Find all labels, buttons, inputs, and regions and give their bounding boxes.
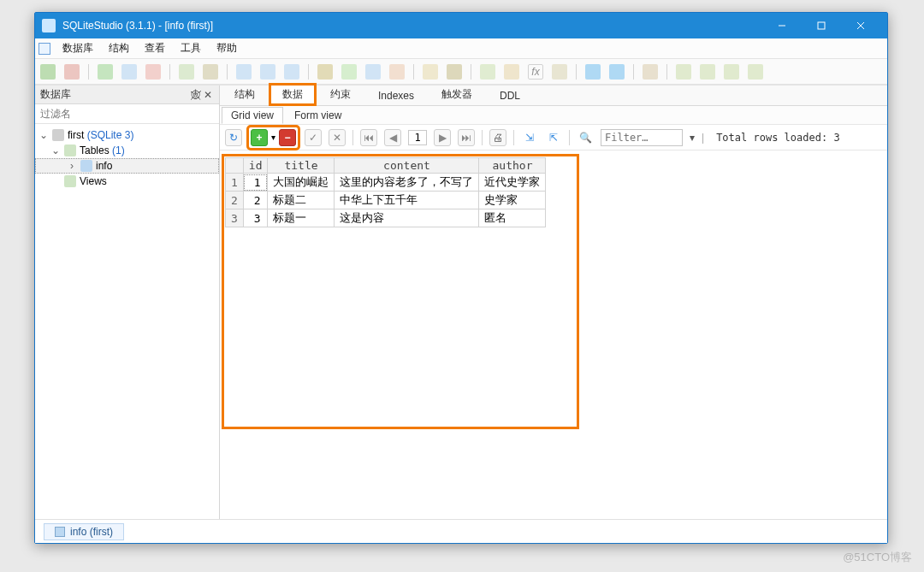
sidebar-filter-input[interactable]: [35, 104, 219, 124]
add-remove-group: + ▾ −: [249, 127, 298, 148]
subtab-form[interactable]: Form view: [285, 107, 351, 124]
tb-a1[interactable]: [585, 64, 601, 80]
tb-wrench-icon[interactable]: [643, 64, 658, 80]
menu-database[interactable]: 数据库: [56, 39, 100, 57]
db-kind-label: (SQLite 3): [87, 129, 134, 141]
fx-icon[interactable]: fx: [528, 64, 543, 80]
main-area: 数据库 🕸 ✕ ⌄ first (SQLite 3) ⌄ Tables (1): [35, 85, 887, 519]
tb-l1[interactable]: [676, 64, 691, 80]
tab-ddl[interactable]: DDL: [487, 86, 533, 105]
tb-t1[interactable]: [317, 64, 333, 80]
refresh-button[interactable]: ↻: [225, 129, 242, 146]
close-panel-icon[interactable]: ✕: [202, 89, 214, 101]
tb-u2[interactable]: [447, 64, 462, 80]
insert-dropdown-icon[interactable]: ▾: [271, 133, 275, 142]
tb-v3[interactable]: [552, 64, 567, 80]
minimize-button[interactable]: [762, 13, 802, 38]
add-db-icon[interactable]: [98, 64, 113, 80]
tb-l4[interactable]: [748, 64, 763, 80]
tb-t4[interactable]: [389, 64, 405, 80]
tab-data[interactable]: 数据: [270, 84, 316, 105]
tree-tables-node[interactable]: ⌄ Tables (1): [35, 143, 219, 158]
menu-structure[interactable]: 结构: [102, 39, 136, 57]
table-icon: [55, 527, 65, 537]
search-icon[interactable]: 🔍: [577, 129, 594, 146]
tb-l2[interactable]: [700, 64, 715, 80]
status-bar: info (first): [35, 519, 887, 543]
tab-structure[interactable]: 结构: [222, 84, 268, 105]
total-rows-label: Total rows loaded: 3: [716, 132, 840, 144]
edit-db-icon[interactable]: [121, 64, 137, 80]
data-toolbar: ↻ + ▾ − ✓ ✕ ⏮ ◀ ▶ ⏭ 🖨 ⇲ ⇱: [220, 125, 887, 150]
tb-g2[interactable]: [203, 64, 218, 80]
tb-l3[interactable]: [724, 64, 739, 80]
disconnect-icon[interactable]: [64, 64, 80, 80]
menu-view[interactable]: 查看: [138, 39, 172, 57]
row-header-corner: [226, 158, 244, 174]
tb-g1[interactable]: [179, 64, 194, 80]
next-page-button[interactable]: ▶: [434, 129, 451, 146]
object-tabs: 结构 数据 约束 Indexes 触发器 DDL: [220, 86, 887, 106]
sidebar-header: 数据库 🕸 ✕: [35, 86, 219, 104]
delete-row-button[interactable]: −: [279, 129, 296, 146]
prev-page-button[interactable]: ◀: [384, 129, 401, 146]
grid-row[interactable]: 3 3 标题一 这是内容 匿名: [226, 209, 546, 227]
fit-cols-icon[interactable]: ⇲: [521, 129, 538, 146]
tab-constraints[interactable]: 约束: [317, 84, 364, 105]
maximize-button[interactable]: [802, 13, 841, 38]
remove-db-icon[interactable]: [145, 64, 161, 80]
rollback-button[interactable]: ✕: [329, 129, 346, 146]
grid-row[interactable]: 1 1 大国的崛起 这里的内容老多了，不写了 近代史学家: [226, 174, 546, 192]
col-author[interactable]: author: [479, 158, 546, 174]
tab-indexes[interactable]: Indexes: [365, 86, 427, 105]
subtab-grid[interactable]: Grid view: [222, 107, 283, 124]
insert-row-button[interactable]: +: [251, 129, 268, 146]
tables-count: (1): [112, 144, 125, 156]
tab-triggers[interactable]: 触发器: [429, 84, 485, 105]
filter-dropdown-icon[interactable]: ▾: [690, 132, 695, 144]
commit-button[interactable]: ✓: [305, 129, 322, 146]
tb-a2[interactable]: [609, 64, 625, 80]
col-title[interactable]: title: [268, 158, 335, 174]
expand-cols-icon[interactable]: ⇱: [545, 129, 562, 146]
tb-s3[interactable]: [284, 64, 299, 80]
window-restore-icon[interactable]: [38, 43, 50, 55]
titlebar: SQLiteStudio (3.1.1) - [info (first)]: [35, 13, 887, 38]
db-name-label: first: [68, 129, 84, 141]
status-tab-label: info (first): [70, 526, 113, 538]
window-title: SQLiteStudio (3.1.1) - [info (first)]: [62, 20, 213, 32]
menu-help[interactable]: 帮助: [210, 39, 244, 57]
first-page-button[interactable]: ⏮: [360, 129, 377, 146]
tb-t2[interactable]: [341, 64, 357, 80]
cell-selected[interactable]: 1: [243, 174, 268, 192]
tb-v1[interactable]: [480, 64, 495, 80]
tree-table-info[interactable]: › info: [35, 158, 219, 174]
col-content[interactable]: content: [335, 158, 479, 174]
last-page-button[interactable]: ⏭: [458, 129, 475, 146]
view-tabs: Grid view Form view: [220, 106, 887, 125]
tb-s1[interactable]: [236, 64, 252, 80]
grid-area: id title content author 1 1 大国的崛起 这里的内容老…: [220, 150, 887, 519]
tables-label: Tables: [80, 144, 110, 156]
grid-row[interactable]: 2 2 标题二 中华上下五千年 史学家: [226, 192, 546, 209]
tree-db-node[interactable]: ⌄ first (SQLite 3): [35, 127, 219, 143]
tb-s2[interactable]: [260, 64, 275, 80]
connect-icon[interactable]: [40, 64, 56, 80]
close-button[interactable]: [841, 13, 880, 38]
print-button[interactable]: 🖨: [489, 129, 506, 146]
app-window: SQLiteStudio (3.1.1) - [info (first)] 数据…: [34, 12, 888, 544]
filter-input[interactable]: [601, 129, 683, 146]
app-icon: [42, 19, 56, 32]
tb-v2[interactable]: [504, 64, 519, 80]
tb-t3[interactable]: [365, 64, 381, 80]
tree-views-node[interactable]: Views: [35, 174, 219, 189]
page-input[interactable]: [408, 130, 427, 145]
status-tab[interactable]: info (first): [44, 523, 124, 540]
menu-tools[interactable]: 工具: [174, 39, 208, 57]
data-grid[interactable]: id title content author 1 1 大国的崛起 这里的内容老…: [225, 157, 546, 227]
db-tree[interactable]: ⌄ first (SQLite 3) ⌄ Tables (1) › info V…: [35, 124, 219, 519]
pin-icon[interactable]: 🕸: [190, 89, 202, 101]
col-id[interactable]: id: [243, 158, 268, 174]
tb-u1[interactable]: [423, 64, 438, 80]
svg-rect-1: [818, 22, 825, 29]
